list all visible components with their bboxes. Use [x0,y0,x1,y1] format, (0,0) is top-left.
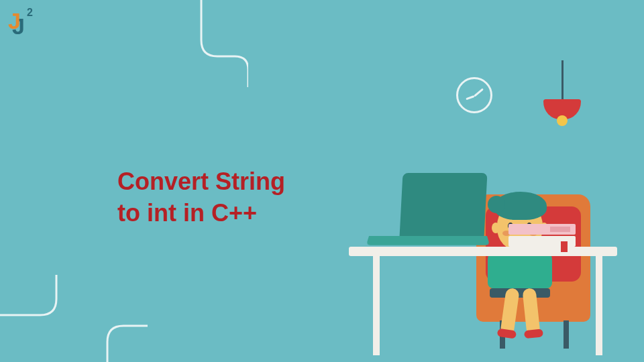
laptop-icon [369,173,490,247]
desk-icon [349,247,617,256]
page-title: Convert String to int in C++ [117,166,285,229]
logo-superscript: 2 [27,7,33,19]
person-at-desk-illustration [376,134,617,362]
books-icon [508,224,576,247]
j2-logo: J J 2 [8,8,42,42]
clock-icon [456,77,492,113]
title-line-1: Convert String [117,166,285,198]
lamp-icon [543,60,581,119]
title-line-2: to int in C++ [117,198,285,229]
logo-glyph-front: J [8,8,21,34]
